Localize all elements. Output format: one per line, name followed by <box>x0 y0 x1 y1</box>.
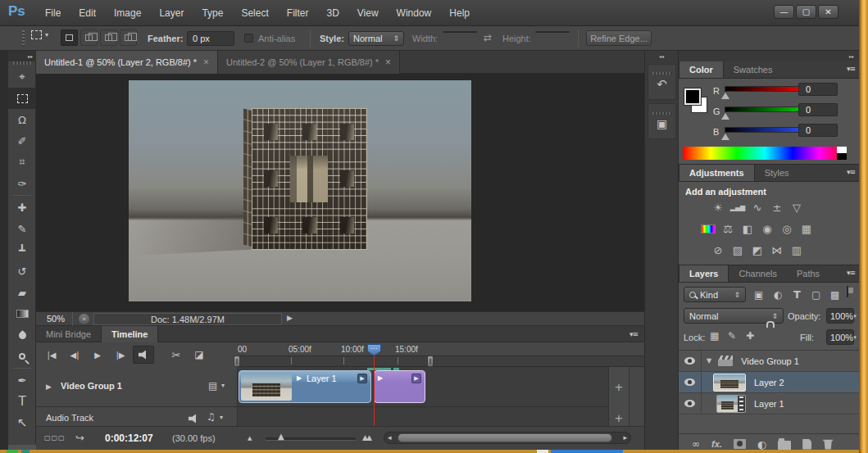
red-slider[interactable] <box>725 86 807 92</box>
brush-tool[interactable]: ✎ <box>8 218 36 239</box>
photo-filter-icon[interactable]: ◉ <box>757 221 777 237</box>
green-slider-handle[interactable] <box>721 113 729 120</box>
export-arrow-icon[interactable]: ↪ <box>75 432 84 444</box>
collapse-dock-button[interactable]: ▸▸ <box>679 51 859 61</box>
exposure-icon[interactable]: ± <box>767 200 787 215</box>
tab-swatches[interactable]: Swatches <box>724 61 783 78</box>
lock-position-icon[interactable]: ✚ <box>746 330 754 342</box>
move-tool[interactable]: ⌖ <box>8 66 36 88</box>
spectrum-black-swatch[interactable] <box>837 153 847 160</box>
layer-row-video-group[interactable]: ▼ Video Group 1 <box>679 351 859 372</box>
close-tab-icon[interactable]: × <box>203 57 209 68</box>
document-image[interactable] <box>129 80 471 301</box>
layer-filter-select[interactable]: Kind ⇕ <box>684 287 746 302</box>
hue-saturation-icon[interactable] <box>698 221 718 237</box>
blue-value-field[interactable]: 0 <box>798 124 838 137</box>
height-input[interactable] <box>535 31 570 33</box>
document-tab-2[interactable]: Untitled-2 @ 50% (Layer 1, RGB/8#) * × <box>218 51 400 74</box>
tab-layers[interactable]: Layers <box>679 265 729 282</box>
blue-slider[interactable] <box>725 127 807 133</box>
video-options-icon[interactable]: ▤ <box>208 380 217 392</box>
menu-window[interactable]: Window <box>388 7 441 19</box>
zoom-slider-handle[interactable]: ▲ <box>278 432 284 441</box>
tool-preset-picker[interactable]: ▾ <box>31 30 48 39</box>
clone-stamp-tool[interactable]: ┻ <box>8 239 36 260</box>
lock-pixels-icon[interactable]: ✎ <box>728 330 736 342</box>
video-clip-2[interactable]: ▶ ▶ <box>374 370 425 403</box>
clip-transition-button[interactable]: ▶ <box>411 374 421 383</box>
color-balance-icon[interactable]: ⚖ <box>718 221 738 237</box>
panel-menu-icon[interactable]: ▾≡ <box>847 65 855 73</box>
previous-frame-button[interactable]: ◀| <box>64 346 85 364</box>
width-input[interactable] <box>443 31 477 33</box>
zoom-level-field[interactable]: 50% <box>47 314 65 324</box>
new-selection-button[interactable] <box>61 29 78 46</box>
filter-shape-layers-icon[interactable]: ▢ <box>811 289 820 301</box>
crop-tool[interactable]: ⌗ <box>8 152 36 173</box>
swap-dimensions-icon[interactable]: ⇄ <box>484 32 492 43</box>
menu-image[interactable]: Image <box>105 7 150 19</box>
spot-healing-brush-tool[interactable]: ✚ <box>8 197 36 218</box>
new-layer-icon[interactable] <box>802 439 811 450</box>
play-button[interactable]: ▶ <box>87 346 108 364</box>
path-selection-tool[interactable]: ↖ <box>8 412 36 433</box>
filtering-toggle[interactable] <box>847 286 848 297</box>
visibility-eye-icon[interactable] <box>684 357 695 365</box>
color-spectrum-ramp[interactable] <box>683 147 847 160</box>
tab-paths[interactable]: Paths <box>787 265 829 282</box>
layer-row-layer1[interactable]: Layer 1 <box>679 393 859 414</box>
clip-disclosure-icon[interactable]: ▶ <box>378 374 383 382</box>
black-white-icon[interactable]: ◧ <box>738 221 757 237</box>
delete-layer-icon[interactable] <box>823 439 833 450</box>
split-clip-button[interactable]: ✂ <box>166 346 187 364</box>
doc-size-field[interactable]: Doc: 1.48M/2.97M <box>93 313 282 325</box>
new-group-icon[interactable] <box>778 441 791 450</box>
scroll-left-icon[interactable]: ◂ <box>388 433 392 442</box>
intersect-selection-button[interactable] <box>120 29 137 46</box>
render-video-icon[interactable]: ▢▢▢ <box>44 434 66 442</box>
status-arrow-icon[interactable]: ▶ <box>287 314 293 322</box>
vibrance-icon[interactable]: ▽ <box>787 200 807 215</box>
threshold-icon[interactable]: ◩ <box>748 242 767 258</box>
close-tab-icon[interactable]: × <box>385 57 391 68</box>
menu-edit[interactable]: Edit <box>70 7 105 19</box>
feather-input[interactable]: 0 px <box>187 31 234 46</box>
fill-field[interactable]: 100% ▾ <box>826 329 854 345</box>
transition-button[interactable]: ◪ <box>189 346 210 364</box>
chevron-down-icon[interactable]: ▾ <box>221 382 225 389</box>
foreground-color-swatch[interactable] <box>684 88 701 105</box>
video-clip-layer1[interactable]: ▶ Layer 1 ▶ <box>239 370 371 403</box>
tab-channels[interactable]: Channels <box>729 265 786 282</box>
3d-panel-button[interactable]: ▣ <box>648 103 676 139</box>
add-mask-icon[interactable] <box>734 439 746 449</box>
go-to-first-frame-button[interactable]: |◀ <box>41 346 62 364</box>
lasso-tool[interactable]: Ω <box>8 109 36 130</box>
document-tab-1[interactable]: Untitled-1 @ 50% (Layer 2, RGB/8#) * × <box>36 51 218 74</box>
history-panel-button[interactable]: ↶ <box>648 64 676 100</box>
filter-pixel-layers-icon[interactable]: ▣ <box>754 289 763 301</box>
type-tool[interactable]: T <box>8 391 36 412</box>
add-selection-button[interactable] <box>80 29 98 46</box>
tab-timeline[interactable]: Timeline <box>101 326 158 342</box>
posterize-icon[interactable]: ▨ <box>728 242 748 258</box>
style-select[interactable]: Normal ⇕ <box>348 31 404 46</box>
mute-audio-button[interactable] <box>133 346 154 364</box>
menu-select[interactable]: Select <box>232 7 277 19</box>
history-brush-tool[interactable]: ↺ <box>8 260 36 282</box>
layer-style-fx-icon[interactable]: fx. <box>711 439 722 449</box>
blur-tool[interactable] <box>8 324 36 346</box>
tab-mini-bridge[interactable]: Mini Bridge <box>36 326 101 342</box>
red-value-field[interactable]: 0 <box>798 83 838 96</box>
channel-mixer-icon[interactable]: ◎ <box>777 221 797 237</box>
menu-layer[interactable]: Layer <box>150 7 193 19</box>
tab-styles[interactable]: Styles <box>755 165 799 181</box>
curves-icon[interactable]: ∿ <box>748 200 767 215</box>
scroll-right-icon[interactable]: ▸ <box>623 433 627 442</box>
green-slider[interactable] <box>725 106 807 112</box>
disclosure-icon[interactable]: ▶ <box>46 383 52 391</box>
menu-file[interactable]: File <box>36 7 70 19</box>
filter-type-layers-icon[interactable]: T <box>793 288 801 301</box>
gradient-tool[interactable] <box>8 303 36 324</box>
quick-selection-tool[interactable]: ✐ <box>8 130 36 152</box>
refine-edge-button[interactable]: Refine Edge... <box>586 30 652 46</box>
